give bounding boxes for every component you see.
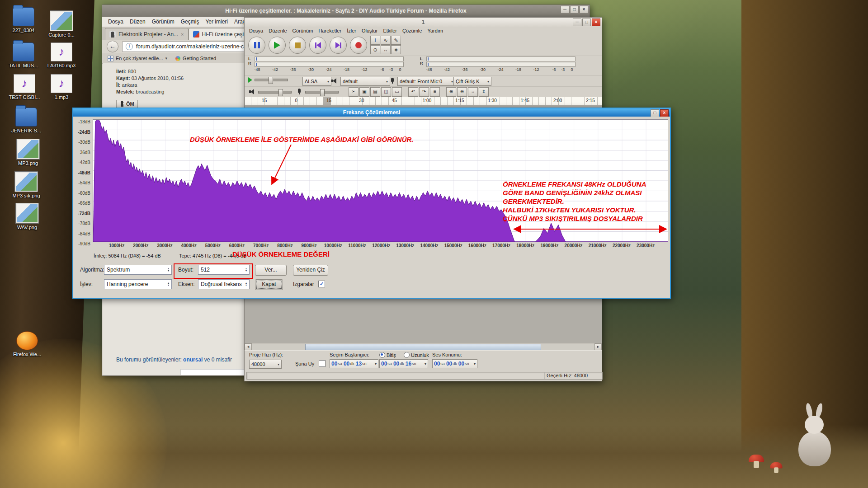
record-button[interactable]: [350, 37, 367, 54]
length-radio[interactable]: Uzunluk: [404, 352, 429, 358]
audacity-menu-item[interactable]: Çözümle: [400, 28, 425, 34]
export-button[interactable]: Ver...: [255, 265, 287, 276]
audacity-menu-item[interactable]: Hareketler: [316, 28, 344, 34]
cut-button[interactable]: ✂: [349, 87, 359, 97]
desktop-icon-audio[interactable]: ♪TEST CISBI...: [6, 74, 42, 100]
back-button[interactable]: ←: [107, 41, 118, 52]
desktop-icon-image[interactable]: Capture 0...: [43, 11, 80, 38]
audio-host-select[interactable]: ALSA: [302, 77, 331, 86]
zoom-out-button[interactable]: ⊖: [457, 87, 467, 97]
selection-start-time-field[interactable]: 00sa00dk13sn▾: [330, 359, 378, 368]
paste-button[interactable]: ▤: [370, 87, 380, 97]
redo-button[interactable]: ↷: [419, 87, 429, 97]
scroll-right-icon[interactable]: ▸: [594, 343, 602, 350]
minimize-button[interactable]: ─: [561, 6, 569, 14]
minimize-button[interactable]: ─: [573, 19, 581, 26]
recording-channels-select[interactable]: Çift Giriş K: [453, 77, 491, 86]
silence-button[interactable]: ▭: [392, 87, 402, 97]
radio-icon[interactable]: [404, 352, 410, 358]
slider-thumb[interactable]: [269, 77, 273, 84]
gsuite-ad[interactable]: G Suite: [180, 369, 250, 375]
project-rate-select[interactable]: 48000: [249, 360, 282, 369]
skip-end-button[interactable]: [330, 37, 347, 54]
desktop-icon-image[interactable]: WAV.png: [9, 203, 45, 230]
selection-tool[interactable]: I: [370, 36, 380, 45]
tab-elektronik-projeler[interactable]: Elektronik Projeler - An... ×: [105, 28, 189, 40]
scrollbar-trough[interactable]: [252, 344, 594, 349]
selection-end-time-field[interactable]: 00sa00dk16sn▾: [379, 359, 428, 368]
fit-selection-button[interactable]: ⇔: [468, 87, 478, 97]
site-info-icon[interactable]: i: [126, 43, 133, 50]
desktop-icon-image[interactable]: MP3.png: [10, 139, 46, 166]
end-radio[interactable]: Bitiş: [379, 352, 396, 358]
multi-tool[interactable]: ∗: [391, 45, 401, 54]
trim-button[interactable]: ◫: [381, 87, 391, 97]
audio-position-time-field[interactable]: 00sa00dk00sn▾: [432, 359, 477, 368]
radio-selected-icon[interactable]: [379, 352, 385, 358]
copy-button[interactable]: ▣: [359, 87, 369, 97]
maximize-button[interactable]: □: [651, 109, 659, 117]
input-volume-slider[interactable]: [305, 91, 339, 94]
desktop-icon-image[interactable]: MP3 sık.png: [8, 172, 44, 199]
skip-start-button[interactable]: [309, 37, 326, 54]
close-button[interactable]: ×: [660, 109, 669, 117]
speed-slider-track[interactable]: [255, 79, 288, 81]
redraw-button[interactable]: Yeniden Çiz: [293, 265, 328, 276]
bookmark-most-visited[interactable]: En çok ziyaret edile... ▾: [108, 56, 167, 61]
algorithm-select[interactable]: Spektrum: [104, 265, 172, 275]
zoom-tool[interactable]: ⊙: [370, 45, 380, 54]
maximize-button[interactable]: □: [582, 19, 591, 26]
audacity-titlebar[interactable]: 1 ─ □ ×: [245, 18, 602, 27]
play-button[interactable]: [269, 37, 286, 54]
desktop-icon-audio[interactable]: ♪1.mp3: [43, 74, 80, 100]
audacity-menu-item[interactable]: Etkiler: [380, 28, 400, 34]
desktop-icon-audio[interactable]: ♪LA3160.mp3: [43, 42, 80, 69]
close-button[interactable]: ×: [580, 6, 588, 14]
play-speed-slider[interactable]: [248, 77, 288, 83]
envelope-tool[interactable]: ∿: [381, 36, 391, 45]
close-button[interactable]: ×: [592, 19, 600, 26]
desktop-icon-folder[interactable]: 227_0304: [5, 7, 42, 33]
horizontal-scrollbar[interactable]: ◂ ▸: [245, 343, 602, 350]
output-volume-slider[interactable]: [258, 91, 292, 94]
firefox-menu-item[interactable]: Yer imleri: [202, 18, 231, 26]
tab-close-icon[interactable]: ×: [181, 32, 184, 37]
firefox-menu-item[interactable]: Dosya: [105, 18, 127, 26]
frequency-window-titlebar[interactable]: Frekans Çözümlemesi □ ×: [73, 108, 670, 117]
timeline-ruler[interactable]: -1501530451:001:151:301:452:002:15: [245, 97, 602, 106]
scrollbar-thumb[interactable]: [305, 344, 541, 350]
timeshift-tool[interactable]: ↔: [381, 45, 391, 54]
audacity-menu-item[interactable]: İzler: [344, 28, 359, 34]
slider-thumb[interactable]: [320, 89, 325, 96]
pause-button[interactable]: [248, 37, 265, 54]
audacity-menu-item[interactable]: Yardım: [425, 28, 446, 34]
firefox-titlebar[interactable]: Hi-Fi üzerine çeşitlemeler. : Makaleleri…: [102, 5, 590, 17]
undo-button[interactable]: ↶: [408, 87, 418, 97]
bookmark-getting-started[interactable]: Getting Started: [175, 56, 216, 61]
scroll-left-icon[interactable]: ◂: [245, 343, 252, 350]
profile-om-button[interactable]: ÖM: [116, 100, 138, 108]
recording-device-select[interactable]: default: Front Mic:0: [397, 77, 455, 86]
desktop-icon-folder[interactable]: JENERİK S...: [8, 108, 44, 134]
axis-select[interactable]: Doğrusal frekans: [198, 279, 250, 289]
draw-tool[interactable]: ✎: [391, 36, 401, 45]
audacity-menu-item[interactable]: Dosya: [246, 28, 266, 34]
close-dialog-button[interactable]: Kapat: [255, 279, 283, 290]
function-select[interactable]: Hanning pencere: [104, 279, 172, 289]
firefox-menu-item[interactable]: Geçmiş: [178, 18, 203, 26]
firefox-menu-item[interactable]: Görünüm: [149, 18, 178, 26]
zoom-in-button[interactable]: ⊕: [446, 87, 456, 97]
desktop-icon-folder[interactable]: TATIL MUS...: [5, 42, 42, 69]
audacity-menu-item[interactable]: Oluştur: [359, 28, 380, 34]
fit-project-button[interactable]: ⇕: [479, 87, 489, 97]
audacity-menu-item[interactable]: Düzenle: [266, 28, 289, 34]
snap-to-checkbox[interactable]: [319, 360, 326, 367]
maximize-button[interactable]: □: [570, 6, 579, 14]
sync-lock-button[interactable]: ≡: [430, 87, 440, 97]
firefox-menu-item[interactable]: Düzen: [127, 18, 149, 26]
viewer-user-link[interactable]: onursal: [183, 357, 203, 363]
audacity-menu-item[interactable]: Görünüm: [290, 28, 316, 34]
grids-checkbox[interactable]: ✓: [318, 281, 325, 287]
desktop-icon-firefox[interactable]: Firefox We...: [9, 331, 45, 357]
playback-device-select[interactable]: default: [340, 77, 390, 86]
